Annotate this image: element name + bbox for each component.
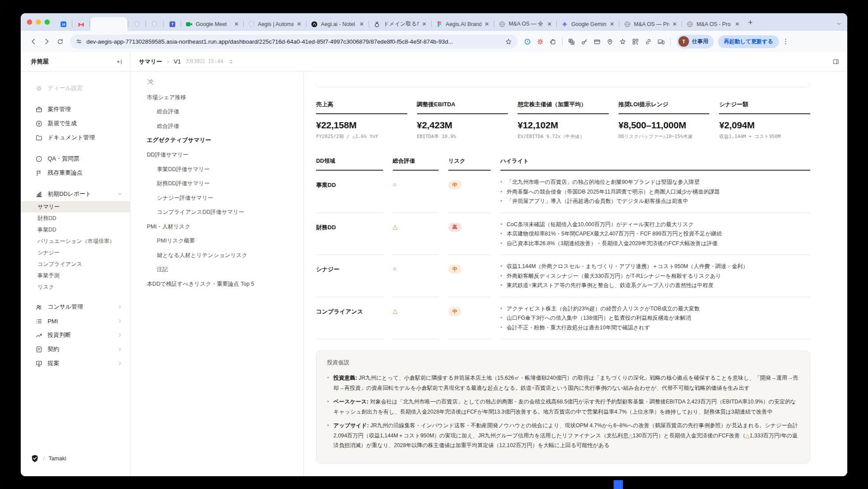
tab[interactable]: Aegi.ai - Notel✕	[307, 17, 368, 31]
tab[interactable]: M&A OS — Pro✕	[620, 17, 681, 31]
tab-close-icon[interactable]: ✕	[297, 21, 302, 27]
back-button[interactable]	[27, 37, 40, 45]
toc-item[interactable]: 市場シェア推移	[147, 94, 294, 101]
dd-evaluation-table: DD領域総合評価リスクハイライト事業DD○中•「北九州市唯一の百貨店」の独占的地…	[316, 157, 810, 339]
toc-item[interactable]: 財務DD評価サマリー	[147, 180, 294, 187]
star-badge-icon[interactable]	[619, 38, 626, 45]
tab-close-icon[interactable]: ✕	[672, 21, 677, 27]
tab-close-icon[interactable]: ✕	[735, 21, 740, 27]
card-icon[interactable]	[593, 38, 601, 45]
new-tab-button[interactable]: +	[748, 18, 753, 27]
sidebar-subitem-事業DD[interactable]: 事業DD	[21, 224, 130, 235]
key-icon[interactable]	[581, 38, 588, 45]
puzzle-icon[interactable]	[549, 38, 557, 45]
user-name[interactable]: Tamaki	[48, 455, 66, 462]
bookmark-star-icon[interactable]	[505, 38, 512, 45]
pinned-tab[interactable]: T	[164, 17, 180, 31]
sidebar-subitem-サマリー[interactable]: サマリー	[21, 201, 130, 213]
tab-close-icon[interactable]: ✕	[484, 21, 489, 27]
link-icon[interactable]	[644, 38, 652, 45]
translate-icon[interactable]	[568, 38, 575, 45]
toc-item[interactable]: 総合評価	[147, 123, 294, 129]
sidebar-item-提案[interactable]: 提案	[21, 356, 130, 370]
tab-close-icon[interactable]: ✕	[422, 21, 427, 27]
starburst-icon[interactable]	[536, 38, 544, 45]
grid-icon[interactable]	[632, 38, 639, 45]
close-window-button[interactable]	[27, 19, 32, 25]
toc-item[interactable]: コンプライアンスDD評価サマリー	[147, 209, 294, 215]
restart-update-button[interactable]: 再起動して更新する	[718, 35, 779, 48]
pinned-tab[interactable]: 10	[55, 17, 71, 31]
browser-menu-icon[interactable]: ⋮	[782, 37, 789, 45]
sidebar-item-投資判断[interactable]: 投資判断	[21, 328, 130, 342]
tab[interactable]: M&A OS - Pro✕	[682, 17, 744, 31]
kpi-label: 売上高	[316, 101, 407, 114]
table-header: 総合評価	[393, 157, 439, 171]
kpi-note: FY2025/2期 / △1.6% YoY	[316, 134, 407, 140]
toc-item[interactable]: DD評価サマリー	[147, 152, 294, 158]
globe-icon	[624, 21, 631, 28]
sidebar-item-QA・質問票[interactable]: QA・質問票	[21, 152, 130, 166]
minimize-window-button[interactable]	[36, 19, 41, 25]
sidebar-item-新規で生成[interactable]: 新規で生成	[21, 116, 130, 131]
breadcrumb-current[interactable]: サマリー	[139, 58, 162, 66]
pinned-tab[interactable]	[73, 17, 89, 31]
sidebar-item-残存重要論点[interactable]: 残存重要論点	[21, 166, 130, 180]
toc-item[interactable]: 総合評価	[147, 108, 294, 115]
zoom-window-button[interactable]	[45, 19, 50, 25]
sidebar-item-案件管理[interactable]: 案件管理	[21, 102, 130, 116]
sidebar-item-契約[interactable]: 契約	[21, 342, 130, 356]
sidebar-subitem-リスク[interactable]: リスク	[21, 281, 130, 293]
toc-item[interactable]: 鍵となる人材とリテンションリスク	[147, 252, 294, 258]
tab[interactable]: M&A OS — 全✕	[495, 17, 556, 31]
sidebar-subitem-コンプライアンス[interactable]: コンプライアンス	[21, 258, 130, 270]
pinned-tab[interactable]	[129, 17, 145, 31]
sidebar-item-初期DDレポート[interactable]: 初期DDレポート	[21, 187, 130, 201]
sidebar-subitem-事業予測[interactable]: 事業予測	[21, 270, 130, 281]
tab-close-icon[interactable]: ✕	[610, 21, 615, 27]
shield-icon	[151, 21, 158, 27]
pinned-tab[interactable]	[146, 17, 163, 31]
toc-item[interactable]: PMI・人材リスク	[147, 224, 294, 230]
toc-item[interactable]: PMIリスク概要	[147, 238, 294, 244]
kpi-card: 想定株主価値（加重平均）¥12,102MEV/EBITDA 9.72x（中央値）	[518, 101, 609, 140]
tab-close-icon[interactable]: ✕	[359, 21, 364, 27]
active-tab[interactable]	[90, 17, 127, 31]
url-text[interactable]: dev-aegis-app-771302859585.asia-northeas…	[86, 38, 501, 45]
sidebar-subitem-財務DD[interactable]: 財務DD	[21, 213, 130, 224]
tab[interactable]: Aegis.AI Brand✕	[432, 17, 493, 31]
collapse-sidebar-icon[interactable]	[116, 58, 123, 65]
tab-search-button[interactable]	[836, 21, 842, 27]
highlight-text: 「井筒屋アプリ」導入（計画超過の会員数）でデジタル顧客接点は前進中	[507, 197, 688, 206]
profile-chip[interactable]: T 仕事用	[677, 35, 714, 49]
pin-off-icon[interactable]	[147, 78, 154, 86]
toc-item[interactable]: 注記	[147, 266, 294, 272]
toc-item[interactable]: 本DDで検証すべきリスク・重要論点 Top 5	[147, 281, 294, 287]
toc-item[interactable]: エグゼクティブサマリー	[147, 137, 294, 144]
toc-item[interactable]: 事業DD評価サマリー	[147, 166, 294, 172]
address-bar[interactable]: dev-aegis-app-771302859585.asia-northeas…	[70, 34, 518, 49]
tab-close-icon[interactable]: ✕	[234, 21, 239, 27]
panel-toggle-icon[interactable]	[832, 58, 839, 65]
version-label[interactable]: V1	[174, 58, 181, 65]
onepassword-icon[interactable]	[524, 38, 531, 45]
sidebar-item-コンサル管理[interactable]: コンサル管理	[21, 300, 130, 314]
forward-button[interactable]	[40, 37, 53, 45]
tab[interactable]: Google Gemini✕	[557, 17, 618, 31]
version-switch-icon[interactable]	[228, 59, 234, 65]
devices-icon[interactable]	[657, 38, 665, 45]
site-settings-icon[interactable]	[75, 38, 82, 45]
forward-icon	[43, 37, 51, 45]
sidebar: ディール設定案件管理新規で生成ドキュメント管理QA・質問票残存重要論点初期DDレ…	[21, 71, 130, 476]
tab[interactable]: ドメイン取るな✕	[369, 17, 431, 31]
tab-close-icon[interactable]: ✕	[547, 21, 552, 27]
sidebar-item-ドキュメント管理[interactable]: ドキュメント管理	[21, 131, 130, 145]
sidebar-item-PMI[interactable]: PMI	[21, 314, 130, 328]
reload-button[interactable]	[53, 38, 67, 45]
sidebar-subitem-シナジー[interactable]: シナジー	[21, 247, 130, 258]
location-icon[interactable]	[606, 38, 614, 45]
tab[interactable]: Google Meet✕	[182, 17, 243, 31]
tab[interactable]: Aegis | Automa✕	[244, 17, 305, 31]
sidebar-subitem-バリュエーション（市場倍率）[interactable]: バリュエーション（市場倍率）	[21, 235, 130, 247]
toc-item[interactable]: シナジー評価サマリー	[147, 195, 294, 201]
